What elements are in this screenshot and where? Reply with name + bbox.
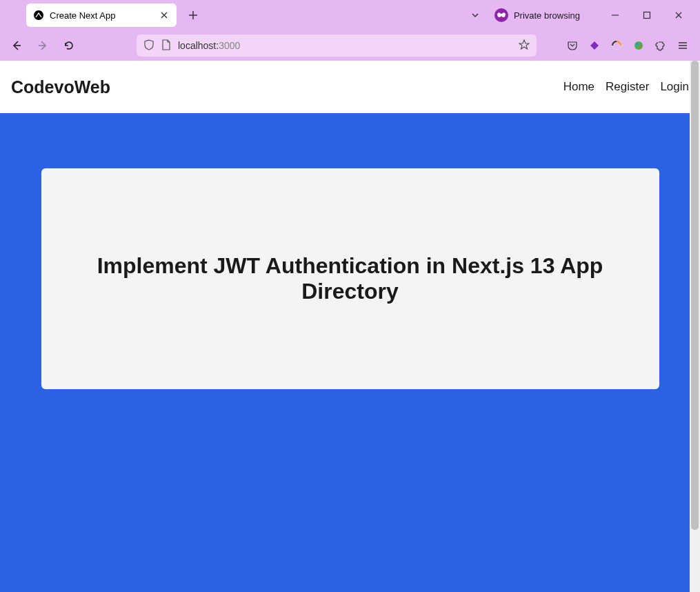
private-browsing-badge: Private browsing (494, 8, 580, 22)
nav-link-register[interactable]: Register (606, 80, 649, 94)
main-area: Implement JWT Authentication in Next.js … (0, 113, 700, 592)
page-icon[interactable] (161, 39, 171, 52)
nav-link-home[interactable]: Home (563, 80, 594, 94)
nav-link-login[interactable]: Login (660, 80, 689, 94)
toolbar-right (566, 39, 694, 52)
browser-chrome: Create Next App Private browsing (0, 0, 700, 61)
toolbar: localhost:3000 (0, 30, 700, 61)
vertical-scrollbar[interactable] (690, 61, 700, 592)
tab-title: Create Next App (50, 10, 153, 21)
close-icon[interactable] (159, 10, 170, 21)
chevron-down-icon[interactable] (467, 7, 483, 23)
close-window-button[interactable] (663, 5, 694, 26)
svg-point-0 (34, 10, 43, 20)
extension-globe-icon[interactable] (632, 39, 645, 52)
page-heading: Implement JWT Authentication in Next.js … (48, 253, 652, 304)
url-bar[interactable]: localhost:3000 (137, 34, 537, 57)
pocket-icon[interactable] (566, 39, 579, 52)
minimize-button[interactable] (599, 5, 631, 26)
site-header: CodevoWeb Home Register Login (0, 61, 700, 113)
back-button[interactable] (6, 34, 28, 57)
reload-button[interactable] (58, 34, 80, 57)
url-text: localhost:3000 (178, 40, 240, 51)
site-logo[interactable]: CodevoWeb (11, 77, 110, 97)
site-nav: Home Register Login (563, 80, 689, 94)
window-controls (599, 5, 694, 26)
svg-point-3 (634, 41, 643, 50)
tab-bar: Create Next App Private browsing (0, 0, 700, 30)
extension-purple-icon[interactable] (588, 39, 601, 52)
tab-bar-right: Private browsing (467, 5, 700, 26)
new-tab-button[interactable] (183, 6, 203, 25)
scrollbar-thumb[interactable] (691, 61, 699, 530)
maximize-button[interactable] (631, 5, 663, 26)
svg-point-5 (639, 46, 641, 48)
svg-point-4 (636, 43, 639, 46)
bookmark-star-icon[interactable] (519, 39, 530, 52)
svg-rect-1 (644, 12, 650, 19)
browser-tab[interactable]: Create Next App (26, 3, 177, 27)
tab-favicon-icon (33, 10, 44, 21)
shield-icon[interactable] (143, 39, 154, 52)
menu-icon[interactable] (677, 39, 689, 52)
forward-button[interactable] (32, 34, 54, 57)
page-content: CodevoWeb Home Register Login Implement … (0, 61, 700, 592)
extensions-icon[interactable] (654, 39, 667, 52)
mask-icon (494, 8, 508, 22)
extension-swirl-icon[interactable] (610, 39, 623, 52)
private-browsing-label: Private browsing (514, 10, 580, 21)
content-card: Implement JWT Authentication in Next.js … (41, 168, 659, 389)
